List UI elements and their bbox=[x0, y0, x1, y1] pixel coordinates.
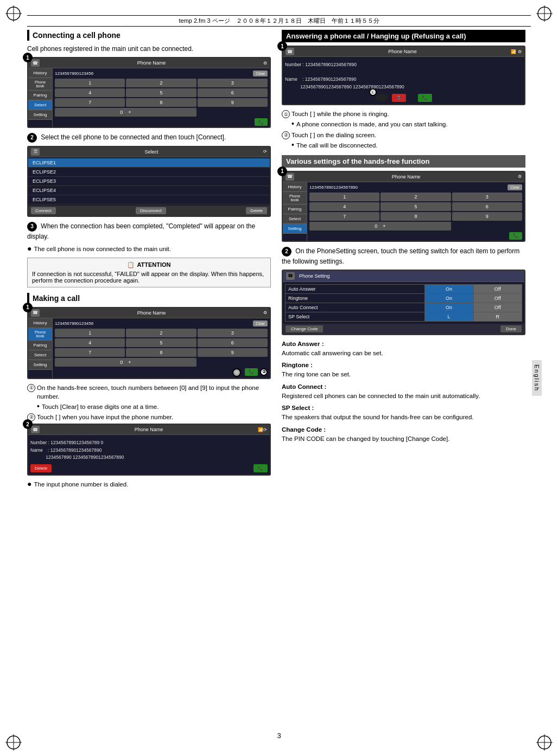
setting-phone-icon: ☎ bbox=[286, 272, 295, 280]
accept-call-btn[interactable]: 📞 bbox=[253, 464, 268, 472]
key-4[interactable]: 4 bbox=[55, 88, 125, 97]
menu-phonebook: Phonebook bbox=[28, 78, 52, 91]
mc-step1a: ① On the hands-free screen, touch number… bbox=[27, 383, 271, 401]
delete-button[interactable]: Delete bbox=[246, 207, 267, 214]
auto-answer-on[interactable]: On bbox=[424, 284, 473, 293]
ans-bullet-dot-1: • bbox=[291, 120, 294, 127]
mc-pairing: Pairing bbox=[28, 341, 52, 350]
ringtone-desc: Ringtone : The ring tone can be set. bbox=[282, 361, 525, 380]
settings-call-btn[interactable]: 📞 bbox=[509, 232, 522, 240]
mc-key-6[interactable]: 6 bbox=[198, 338, 268, 347]
key-9[interactable]: 9 bbox=[198, 98, 268, 107]
st-select: Select bbox=[283, 214, 307, 224]
ans-step1b-num: ② bbox=[282, 131, 290, 139]
mc-step1a-num: ① bbox=[27, 384, 35, 392]
mc-key-9[interactable]: 9 bbox=[198, 348, 268, 357]
key-5[interactable]: 5 bbox=[126, 88, 196, 97]
sp-l[interactable]: L bbox=[424, 312, 473, 321]
making-call-title: Making a call bbox=[33, 294, 80, 303]
st-key-4[interactable]: 4 bbox=[309, 202, 379, 211]
ans-accept-btn[interactable]: 📞 bbox=[418, 94, 432, 102]
st-key-2[interactable]: 2 bbox=[381, 193, 451, 201]
key-0-plus[interactable]: 0 + bbox=[55, 108, 196, 117]
mc-key-8[interactable]: 8 bbox=[126, 348, 196, 357]
mc-history: History bbox=[28, 318, 52, 328]
auto-connect-off[interactable]: Off bbox=[473, 303, 522, 312]
st-key-9[interactable]: 9 bbox=[452, 212, 522, 221]
header-text: temp 2.fm 3 ページ ２００８年１２月１８日 木曜日 午前１１時５５分 bbox=[179, 17, 379, 24]
step2-circle: 2 bbox=[27, 133, 37, 143]
menu-setting: Setting bbox=[28, 110, 52, 120]
mc-key-3[interactable]: 3 bbox=[198, 329, 268, 337]
eclipse-item-3: ECLIPSE3 bbox=[28, 177, 270, 186]
tel-left-menu: History Phonebook Pairing Select Setting bbox=[28, 68, 53, 127]
done-btn[interactable]: Done bbox=[500, 325, 522, 332]
make-call-main: 1234567890123456 Clear 1 2 3 4 5 6 7 bbox=[53, 318, 270, 378]
mc-key-0[interactable]: 0 + bbox=[55, 358, 196, 367]
section-answering: Answering a phone call / Hanging up (Ref… bbox=[282, 30, 525, 150]
ans-icon: ☎ bbox=[286, 48, 294, 55]
settings-number-row: 12345678901234567890 Clear bbox=[309, 183, 522, 191]
delete-call-btn[interactable]: Delete bbox=[30, 464, 52, 472]
step-2-bubble-inner: ② bbox=[260, 368, 268, 376]
st-key-5[interactable]: 5 bbox=[381, 202, 451, 211]
st-key-8[interactable]: 8 bbox=[381, 212, 451, 221]
setting-row-sp-select: SP Select L R bbox=[286, 312, 522, 321]
setting-row-ringtone: Ringtone On Off bbox=[286, 293, 522, 303]
make-call-icon-right: ⚙ bbox=[263, 310, 267, 315]
call-button[interactable]: 📞 bbox=[255, 118, 268, 126]
eclipse-item-2: ECLIPSE2 bbox=[28, 168, 270, 177]
key-2[interactable]: 2 bbox=[126, 79, 196, 87]
connected-bullet: ● The cell phone is now connected to the… bbox=[27, 245, 271, 253]
attention-icon: 📋 bbox=[127, 261, 135, 268]
auto-answer-off[interactable]: Off bbox=[473, 284, 522, 293]
ringtone-on[interactable]: On bbox=[424, 293, 473, 303]
key-6[interactable]: 6 bbox=[198, 88, 268, 97]
st-key-0[interactable]: 0 + bbox=[309, 222, 451, 230]
call-number-info: Number : 1234567890123456789 0 Name : 12… bbox=[30, 439, 268, 462]
key-7[interactable]: 7 bbox=[55, 98, 125, 107]
dialed-dot: ● bbox=[27, 480, 31, 488]
right-column: Answering a phone call / Hanging up (Ref… bbox=[282, 30, 525, 729]
select-label: Select bbox=[40, 149, 263, 155]
settings-tel-menu: History Phonebook Pairing Select Setting bbox=[283, 182, 307, 241]
corner-mark-br bbox=[536, 734, 553, 751]
making-call-header: Making a call bbox=[27, 293, 271, 304]
mc-key-7[interactable]: 7 bbox=[55, 348, 125, 357]
ringtone-off[interactable]: Off bbox=[473, 293, 522, 303]
ringtone-label: Ringtone bbox=[286, 293, 425, 303]
ans-phone-name: Phone Name bbox=[294, 49, 511, 54]
screen-select: ☰ Select ⟳ ECLIPSE1 ECLIPSE2 ECLIPSE3 EC… bbox=[27, 146, 271, 217]
change-code-btn[interactable]: Change Code bbox=[286, 325, 323, 332]
st-key-1[interactable]: 1 bbox=[309, 193, 379, 201]
answering-title: Answering a phone call / Hanging up (Ref… bbox=[286, 32, 466, 40]
st-key-7[interactable]: 7 bbox=[309, 212, 379, 221]
connecting-title: Connecting a cell phone bbox=[33, 31, 121, 40]
key-8[interactable]: 8 bbox=[126, 98, 196, 107]
make-call-clear[interactable]: Clear bbox=[253, 321, 268, 326]
mc-key-2[interactable]: 2 bbox=[126, 329, 196, 337]
ans-reject-btn[interactable]: 📵 bbox=[392, 94, 406, 102]
setting-screen-header: ☎ Phone Setting bbox=[283, 271, 524, 282]
key-3[interactable]: 3 bbox=[198, 79, 268, 87]
screen-telephone-1: ☎ Phone Name ⚙ History Phonebook Pairing… bbox=[27, 57, 271, 128]
ans-step1a-num: ① bbox=[282, 110, 290, 118]
settings-clear-btn[interactable]: Clear bbox=[508, 184, 522, 190]
key-1[interactable]: 1 bbox=[55, 79, 125, 87]
answering-screen-container: 1 ☎ Phone Name 📶 ⚙ Number : 123456789012… bbox=[282, 46, 525, 105]
calling-screen-header: ☎ Phone Name 📶 ⟳ bbox=[28, 425, 270, 435]
ringtone-desc-label: Ringtone : bbox=[282, 361, 525, 370]
connect-button[interactable]: Connect bbox=[31, 207, 56, 214]
mc-key-5[interactable]: 5 bbox=[126, 338, 196, 347]
sp-r[interactable]: R bbox=[473, 312, 522, 321]
mc-key-4[interactable]: 4 bbox=[55, 338, 125, 347]
st-key-6[interactable]: 6 bbox=[452, 202, 522, 211]
disconnect-button[interactable]: Disconnect bbox=[136, 207, 166, 214]
make-call-btn[interactable]: 📞 bbox=[245, 368, 258, 376]
setting-row-auto-connect: Auto Connect On Off bbox=[286, 303, 522, 312]
mc-key-1[interactable]: 1 bbox=[55, 329, 125, 337]
step3-circle: 3 bbox=[27, 222, 37, 232]
clear-button[interactable]: Clear bbox=[253, 71, 268, 76]
st-key-3[interactable]: 3 bbox=[452, 193, 522, 201]
auto-connect-on[interactable]: On bbox=[424, 303, 473, 312]
